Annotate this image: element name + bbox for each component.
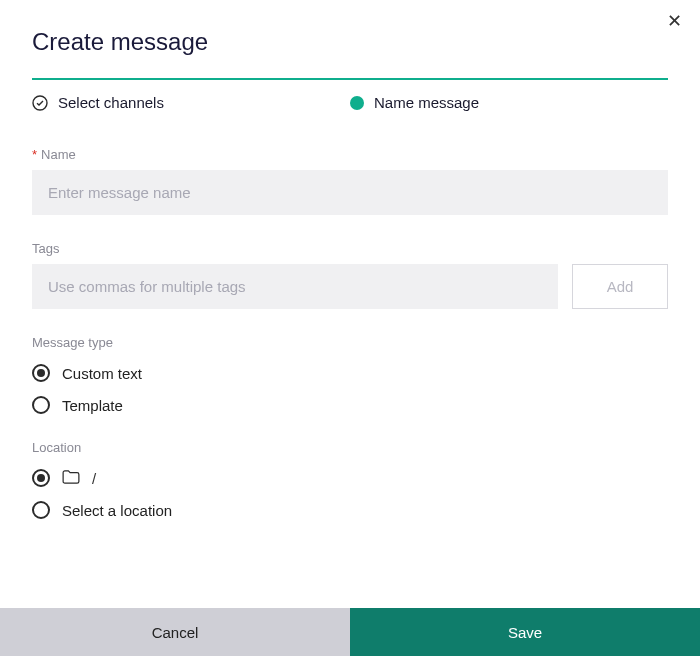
- save-button[interactable]: Save: [350, 608, 700, 656]
- name-field-group: *Name: [32, 147, 668, 215]
- step-indicator: Select channels Name message: [32, 94, 668, 111]
- cancel-button[interactable]: Cancel: [0, 608, 350, 656]
- svg-point-0: [33, 96, 47, 110]
- radio-label: Template: [62, 397, 123, 414]
- add-tag-button[interactable]: Add: [572, 264, 668, 309]
- radio-custom-text[interactable]: Custom text: [32, 364, 668, 382]
- required-mark: *: [32, 147, 37, 162]
- location-path: /: [92, 470, 96, 487]
- folder-icon: [62, 470, 80, 487]
- step-name-message[interactable]: Name message: [350, 94, 668, 111]
- message-type-label: Message type: [32, 335, 668, 350]
- modal-title: Create message: [32, 28, 668, 56]
- active-step-dot-icon: [350, 96, 364, 110]
- tags-field-group: Tags Add: [32, 241, 668, 309]
- close-icon: ✕: [667, 11, 682, 31]
- progress-line: [32, 78, 668, 80]
- name-label: *Name: [32, 147, 668, 162]
- tags-label: Tags: [32, 241, 668, 256]
- step-label: Select channels: [58, 94, 164, 111]
- create-message-modal: ✕ Create message Select channels Name me…: [0, 0, 700, 656]
- location-label: Location: [32, 440, 668, 455]
- message-type-group: Message type Custom text Template: [32, 335, 668, 414]
- radio-select-location[interactable]: Select a location: [32, 501, 668, 519]
- modal-content: Create message Select channels Name mess…: [0, 0, 700, 608]
- tags-input[interactable]: [32, 264, 558, 309]
- radio-location-root[interactable]: /: [32, 469, 668, 487]
- location-group: Location / Select a location: [32, 440, 668, 519]
- radio-icon: [32, 364, 50, 382]
- name-input[interactable]: [32, 170, 668, 215]
- step-label: Name message: [374, 94, 479, 111]
- radio-icon: [32, 501, 50, 519]
- close-button[interactable]: ✕: [667, 12, 682, 30]
- radio-label: Custom text: [62, 365, 142, 382]
- radio-icon: [32, 396, 50, 414]
- modal-footer: Cancel Save: [0, 608, 700, 656]
- radio-icon: [32, 469, 50, 487]
- radio-label: Select a location: [62, 502, 172, 519]
- step-select-channels[interactable]: Select channels: [32, 94, 350, 111]
- radio-template[interactable]: Template: [32, 396, 668, 414]
- check-circle-icon: [32, 95, 48, 111]
